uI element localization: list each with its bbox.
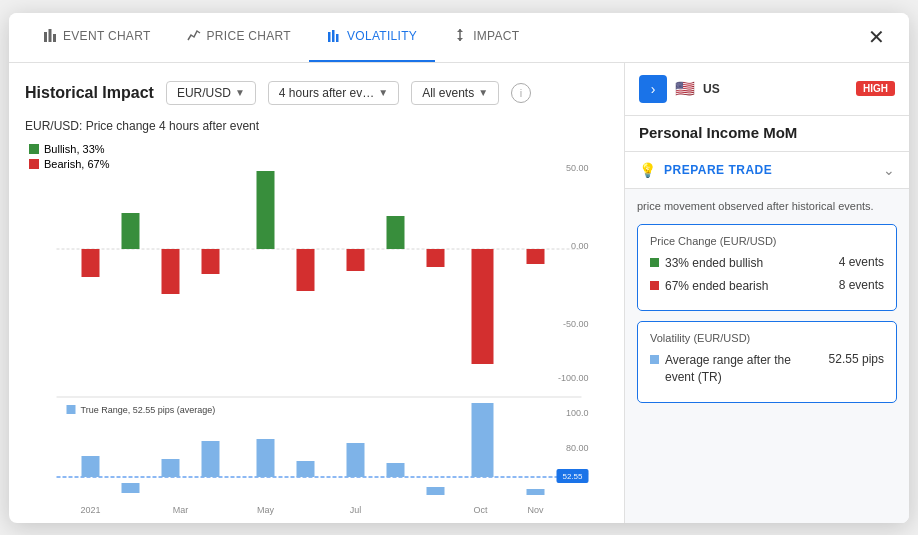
price-chart-icon xyxy=(187,28,201,45)
arrow-button[interactable]: › xyxy=(639,75,667,103)
svg-rect-3 xyxy=(328,32,331,42)
prepare-trade-label: PREPARE TRADE xyxy=(664,163,875,177)
currency-chevron: ▼ xyxy=(235,87,245,98)
tab-impact[interactable]: IMPACT xyxy=(435,13,537,63)
svg-text:100.0: 100.0 xyxy=(566,408,589,418)
svg-text:50.00: 50.00 xyxy=(566,163,589,173)
prepare-trade-row[interactable]: 💡 PREPARE TRADE ⌄ xyxy=(625,152,909,189)
country-flag: 🇺🇸 xyxy=(675,79,695,98)
prepare-trade-icon: 💡 xyxy=(639,162,656,178)
vol-bar-mar xyxy=(162,459,180,477)
bar-sep-bearish xyxy=(427,249,445,267)
country-label: US xyxy=(703,82,720,96)
bearish-legend-color xyxy=(29,159,39,169)
bullish-legend-color xyxy=(29,144,39,154)
bar-jun-bearish xyxy=(297,249,315,291)
tab-volatility-label: VOLATILITY xyxy=(347,29,417,43)
right-scroll-area[interactable]: price movement observed after historical… xyxy=(625,189,909,523)
vol-bar-jul xyxy=(347,443,365,477)
volatility-card: Volatility (EUR/USD) Average range after… xyxy=(637,321,897,403)
price-note: price movement observed after historical… xyxy=(637,199,897,214)
bar-jul-bearish xyxy=(347,249,365,271)
timeframe-dropdown[interactable]: 4 hours after ev… ▼ xyxy=(268,81,399,105)
event-title: Personal Income MoM xyxy=(625,116,909,152)
svg-rect-2 xyxy=(53,34,56,42)
bar-jan-bearish xyxy=(82,249,100,277)
volatility-color-box xyxy=(650,355,659,364)
chart-subtitle: EUR/USD: Price change 4 hours after even… xyxy=(25,119,608,133)
prepare-trade-chevron: ⌄ xyxy=(883,162,895,178)
bullish-legend-label: Bullish, 33% xyxy=(44,143,105,155)
vol-bar-feb xyxy=(122,483,140,493)
price-change-card: Price Change (EUR/USD) 33% ended bullish… xyxy=(637,224,897,312)
events-value: All events xyxy=(422,86,474,100)
bullish-events-value: 4 events xyxy=(839,255,884,269)
svg-rect-5 xyxy=(336,34,339,42)
vol-bar-jun xyxy=(297,461,315,477)
svg-text:Oct: Oct xyxy=(473,505,488,515)
price-legend: Bullish, 33% Bearish, 67% xyxy=(29,143,109,173)
events-chevron: ▼ xyxy=(478,87,488,98)
tab-bar: EVENT CHART PRICE CHART VOLATILITY IMPAC… xyxy=(9,13,909,63)
vol-bar-jan xyxy=(82,456,100,477)
svg-text:0.00: 0.00 xyxy=(571,241,589,251)
vol-bar-apr xyxy=(202,441,220,477)
bar-oct-bearish xyxy=(472,249,494,364)
bullish-ended-label: 33% ended bullish xyxy=(665,255,763,272)
timeframe-value: 4 hours after ev… xyxy=(279,86,374,100)
section-title: Historical Impact xyxy=(25,84,154,102)
svg-text:Nov: Nov xyxy=(527,505,544,515)
svg-rect-1 xyxy=(49,29,52,42)
bar-aug-bullish xyxy=(387,216,405,249)
volatility-card-title: Volatility (EUR/USD) xyxy=(650,332,884,344)
tab-event-chart[interactable]: EVENT CHART xyxy=(25,13,169,63)
price-change-row-1: 33% ended bullish 4 events xyxy=(650,255,884,272)
price-change-label-1: 33% ended bullish xyxy=(650,255,763,272)
modal-container: EVENT CHART PRICE CHART VOLATILITY IMPAC… xyxy=(9,13,909,523)
price-change-label-2: 67% ended bearish xyxy=(650,278,768,295)
tab-price-chart[interactable]: PRICE CHART xyxy=(169,13,309,63)
volatility-label-1: Average range after the event (TR) xyxy=(650,352,821,386)
vol-bar-aug xyxy=(387,463,405,477)
bearish-legend-item: Bearish, 67% xyxy=(29,158,109,170)
left-panel: Historical Impact EUR/USD ▼ 4 hours afte… xyxy=(9,63,624,523)
vol-bar-may xyxy=(257,439,275,477)
bearish-legend-label: Bearish, 67% xyxy=(44,158,109,170)
svg-rect-19 xyxy=(67,405,76,414)
svg-text:True Range, 52.55 pips (averag: True Range, 52.55 pips (average) xyxy=(81,405,216,415)
volatility-row-1: Average range after the event (TR) 52.55… xyxy=(650,352,884,386)
tab-impact-label: IMPACT xyxy=(473,29,519,43)
controls-row: Historical Impact EUR/USD ▼ 4 hours afte… xyxy=(25,81,608,105)
bullish-color-box xyxy=(650,258,659,267)
vol-bar-nov xyxy=(527,489,545,495)
svg-text:80.00: 80.00 xyxy=(566,443,589,453)
content-area: Historical Impact EUR/USD ▼ 4 hours afte… xyxy=(9,63,909,523)
events-dropdown[interactable]: All events ▼ xyxy=(411,81,499,105)
volatility-icon xyxy=(327,28,341,45)
price-change-card-title: Price Change (EUR/USD) xyxy=(650,235,884,247)
info-icon[interactable]: i xyxy=(511,83,531,103)
bullish-legend-item: Bullish, 33% xyxy=(29,143,109,155)
chart-container: Bullish, 33% Bearish, 67% 50.00 0.00 -50… xyxy=(25,141,608,521)
bearish-color-box xyxy=(650,281,659,290)
svg-text:-100.00: -100.00 xyxy=(558,373,589,383)
tab-price-chart-label: PRICE CHART xyxy=(207,29,291,43)
main-chart-svg: 50.00 0.00 -50.00 -100.00 xyxy=(25,141,608,521)
svg-rect-4 xyxy=(332,30,335,42)
svg-text:May: May xyxy=(257,505,275,515)
timeframe-chevron: ▼ xyxy=(378,87,388,98)
right-panel: › 🇺🇸 US HIGH Personal Income MoM 💡 PREPA… xyxy=(624,63,909,523)
bar-nov-bearish xyxy=(527,249,545,264)
vol-bar-oct xyxy=(472,403,494,477)
bearish-events-value: 8 events xyxy=(839,278,884,292)
currency-value: EUR/USD xyxy=(177,86,231,100)
svg-text:-50.00: -50.00 xyxy=(563,319,589,329)
tab-volatility[interactable]: VOLATILITY xyxy=(309,13,435,63)
currency-dropdown[interactable]: EUR/USD ▼ xyxy=(166,81,256,105)
vol-bar-sep xyxy=(427,487,445,495)
tab-event-chart-label: EVENT CHART xyxy=(63,29,151,43)
close-button[interactable]: ✕ xyxy=(860,23,893,51)
volatility-avg-label: Average range after the event (TR) xyxy=(665,352,821,386)
bar-mar-bearish xyxy=(162,249,180,294)
bar-apr-bearish xyxy=(202,249,220,274)
